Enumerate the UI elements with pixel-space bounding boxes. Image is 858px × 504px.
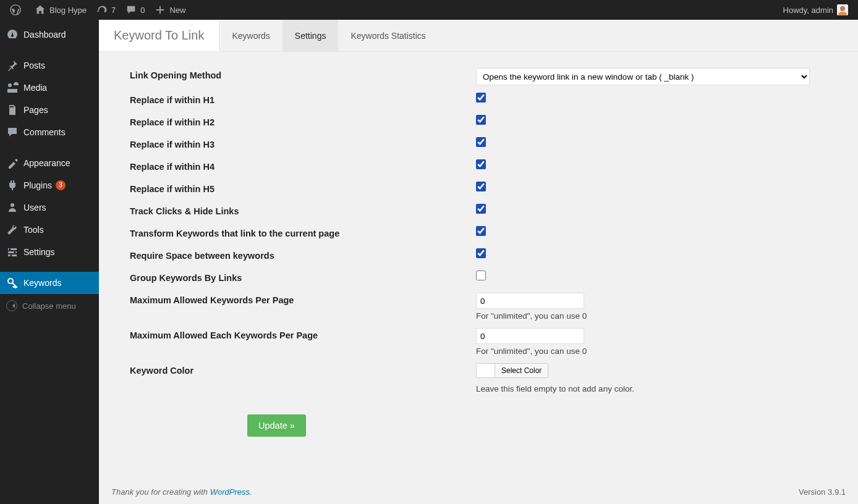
max-per-page-input[interactable] — [476, 293, 584, 309]
home-icon — [35, 4, 46, 15]
footer-wordpress-link[interactable]: WordPress. — [210, 487, 252, 497]
update-button[interactable]: Update » — [247, 414, 306, 437]
menu-media[interactable]: Media — [0, 77, 99, 99]
menu-label: Posts — [23, 61, 45, 70]
menu-label: Plugins — [23, 180, 52, 190]
page-title: Keyword To Link — [99, 20, 219, 51]
site-name-text: Blog Hype — [49, 6, 87, 15]
link-method-label: Link Opening Method — [130, 64, 476, 89]
menu-tools[interactable]: Tools — [0, 219, 99, 241]
svg-point-7 — [11, 254, 12, 256]
svg-point-1 — [11, 203, 14, 207]
new-content-menu[interactable]: New — [150, 0, 190, 20]
key-icon — [6, 277, 19, 289]
tab-settings[interactable]: Settings — [282, 20, 339, 51]
menu-label: Comments — [23, 127, 66, 137]
space-label: Require Space between keywords — [130, 245, 476, 267]
track-checkbox[interactable] — [476, 204, 486, 214]
collapse-label: Collapse menu — [22, 301, 76, 311]
menu-label: Appearance — [23, 158, 70, 168]
admin-menu: Dashboard Posts Media Pages Comments App… — [0, 20, 99, 504]
my-account-menu[interactable]: Howdy, admin — [778, 0, 853, 20]
plus-icon — [155, 4, 166, 15]
svg-rect-4 — [8, 254, 17, 256]
select-color-button[interactable]: Select Color — [495, 364, 548, 377]
h2-checkbox[interactable] — [476, 115, 486, 125]
color-desc: Leave this field empty to not add any co… — [476, 384, 839, 393]
users-icon — [6, 201, 19, 214]
wp-logo-menu[interactable] — [5, 0, 30, 20]
menu-label: Dashboard — [23, 30, 66, 40]
max-each-label: Maximum Allowed Each Keywords Per Page — [130, 324, 476, 359]
svg-point-8 — [8, 279, 13, 284]
comments-icon — [6, 126, 19, 138]
h1-label: Replace if within H1 — [130, 89, 476, 111]
wordpress-icon — [10, 4, 21, 15]
h3-label: Replace if within H3 — [130, 133, 476, 156]
collapse-menu-button[interactable]: Collapse menu — [0, 294, 99, 317]
link-method-select[interactable]: Opens the keyword link in a new window o… — [476, 68, 810, 85]
updates-menu[interactable]: 7 — [91, 0, 121, 20]
tools-icon — [6, 224, 19, 236]
space-checkbox[interactable] — [476, 248, 486, 258]
site-name-menu[interactable]: Blog Hype — [30, 0, 91, 20]
h1-checkbox[interactable] — [476, 93, 486, 103]
transform-checkbox[interactable] — [476, 226, 486, 236]
update-icon — [96, 4, 108, 15]
svg-point-6 — [14, 251, 16, 253]
track-label: Track Clicks & Hide Links — [130, 200, 476, 222]
menu-label: Tools — [23, 225, 44, 235]
group-label: Group Keywords By Links — [130, 267, 476, 289]
menu-label: Media — [23, 83, 47, 93]
tab-keywords[interactable]: Keywords — [219, 20, 282, 51]
comments-menu[interactable]: 0 — [121, 0, 150, 20]
menu-label: Users — [23, 203, 46, 212]
transform-label: Transform Keywords that link to the curr… — [130, 222, 476, 245]
svg-point-5 — [9, 248, 11, 250]
tab-statistics[interactable]: Keywords Statistics — [338, 20, 438, 51]
h5-label: Replace if within H5 — [130, 178, 476, 200]
comment-icon — [125, 4, 137, 15]
menu-users[interactable]: Users — [0, 196, 99, 219]
menu-label: Settings — [23, 247, 55, 257]
appearance-icon — [6, 157, 19, 169]
updates-count: 7 — [111, 6, 116, 15]
color-picker[interactable]: Select Color — [476, 363, 548, 378]
menu-plugins[interactable]: Plugins 3 — [0, 174, 99, 196]
footer-thank-prefix: Thank you for creating with — [111, 487, 210, 497]
menu-keywords[interactable]: Keywords — [0, 272, 99, 294]
menu-label: Pages — [23, 105, 48, 115]
new-label: New — [169, 6, 185, 15]
menu-posts[interactable]: Posts — [0, 54, 99, 77]
plugin-icon — [6, 179, 19, 191]
avatar — [837, 4, 848, 15]
group-checkbox[interactable] — [476, 271, 486, 280]
page-icon — [6, 104, 19, 116]
color-label: Keyword Color — [130, 359, 476, 397]
admin-toolbar: Blog Hype 7 0 New Howdy, admin — [0, 0, 858, 20]
h3-checkbox[interactable] — [476, 137, 486, 147]
plugins-badge: 3 — [56, 180, 66, 190]
max-each-desc: For "unlimited", you can use 0 — [476, 346, 839, 356]
max-each-input[interactable] — [476, 328, 584, 344]
menu-comments[interactable]: Comments — [0, 121, 99, 143]
comments-count: 0 — [140, 6, 145, 15]
menu-settings[interactable]: Settings — [0, 241, 99, 263]
h4-label: Replace if within H4 — [130, 156, 476, 178]
pin-icon — [6, 59, 19, 72]
max-per-page-label: Maximum Allowed Keywords Per Page — [130, 289, 476, 324]
h4-checkbox[interactable] — [476, 159, 486, 169]
h2-label: Replace if within H2 — [130, 111, 476, 133]
menu-pages[interactable]: Pages — [0, 99, 99, 121]
settings-icon — [6, 246, 19, 258]
dashboard-icon — [6, 28, 19, 41]
header-tabs: Keywords Settings Keywords Statistics — [219, 20, 438, 51]
settings-form: Link Opening Method Opens the keyword li… — [130, 64, 839, 397]
collapse-icon — [6, 300, 17, 311]
menu-appearance[interactable]: Appearance — [0, 152, 99, 174]
howdy-text: Howdy, admin — [783, 6, 833, 15]
h5-checkbox[interactable] — [476, 182, 486, 191]
media-icon — [6, 82, 19, 94]
admin-footer: Thank you for creating with WordPress. V… — [99, 480, 858, 504]
menu-dashboard[interactable]: Dashboard — [0, 23, 99, 46]
